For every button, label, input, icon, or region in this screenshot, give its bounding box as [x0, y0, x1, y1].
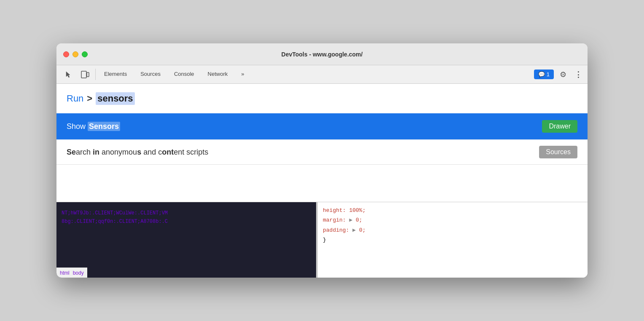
dom-line-1: NT;hWT9Jb:.CLIENT;WCulWe:.CLIENT;VM: [62, 206, 311, 217]
css-closing-brace: }: [323, 235, 582, 245]
in-bold: in: [93, 148, 99, 156]
command-input-row[interactable]: Run > sensors: [56, 84, 588, 113]
tab-sources[interactable]: Sources: [134, 65, 167, 83]
comment-icon: 💬: [538, 71, 545, 78]
dom-code-content: NT;hWT9Jb:.CLIENT;WCulWe:.CLIENT;VM 8bg:…: [56, 202, 316, 230]
breadcrumb-body[interactable]: body: [73, 270, 84, 276]
badge-count: 1: [547, 71, 550, 78]
devtools-window: DevTools - www.google.com/ Elements Sour…: [56, 43, 588, 278]
breadcrumb-bar: html body: [56, 268, 87, 278]
more-icon: ⋮: [574, 70, 582, 79]
se-bold: Se: [67, 148, 76, 156]
css-code-content: height: 100%; margin: ▶ 0; padding: ▶: [323, 206, 582, 245]
tab-network[interactable]: Network: [201, 65, 235, 83]
sources-badge: Sources: [539, 146, 577, 158]
tab-console[interactable]: Console: [167, 65, 201, 83]
o-bold: o: [162, 148, 166, 156]
minimize-button[interactable]: [72, 51, 78, 57]
svg-rect-1: [87, 72, 89, 77]
command-palette: Run > sensors Show Sensors Drawer Search…: [56, 84, 588, 165]
cursor-icon[interactable]: [60, 65, 77, 83]
more-options-button[interactable]: ⋮: [572, 67, 584, 82]
command-chevron: >: [87, 93, 92, 104]
css-line-margin: margin: ▶ 0;: [323, 215, 582, 225]
nt-bold: nt: [166, 148, 174, 156]
gear-icon: ⚙: [560, 70, 566, 79]
breadcrumb-html[interactable]: html: [60, 270, 70, 276]
svg-rect-0: [81, 71, 86, 78]
titlebar: DevTools - www.google.com/: [56, 43, 588, 65]
main-content: Run > sensors Show Sensors Drawer Search…: [56, 84, 588, 278]
result-label-show-sensors: Show Sensors: [67, 122, 542, 131]
traffic-lights: [63, 51, 88, 57]
devtools-right-controls: 💬 1 ⚙ ⋮: [534, 65, 584, 83]
s-bold: s: [137, 148, 141, 156]
window-title: DevTools - www.google.com/: [282, 51, 363, 58]
tab-spacer: [251, 65, 534, 83]
tab-elements[interactable]: Elements: [97, 65, 134, 83]
dom-line-2: 8bg:.CLIENT;qqf0n:.CLIENT;A8708b:.C: [62, 217, 311, 226]
run-label: Run: [67, 93, 83, 104]
result-label-search: Search in anonymous and content scripts: [67, 148, 539, 157]
css-panel: height: 100%; margin: ▶ 0; padding: ▶: [318, 202, 588, 278]
command-typed-text: sensors: [96, 92, 134, 105]
css-line-height: height: 100%;: [323, 206, 582, 215]
result-prefix: Show: [67, 122, 88, 131]
css-line-padding: padding: ▶ 0;: [323, 225, 582, 235]
comments-badge-button[interactable]: 💬 1: [534, 70, 554, 79]
maximize-button[interactable]: [82, 51, 88, 57]
bottom-panel: NT;hWT9Jb:.CLIENT;WCulWe:.CLIENT;VM 8bg:…: [56, 202, 588, 278]
command-result-search-scripts[interactable]: Search in anonymous and content scripts …: [56, 139, 588, 164]
result-match: Sensors: [88, 122, 120, 131]
dom-panel: NT;hWT9Jb:.CLIENT;WCulWe:.CLIENT;VM 8bg:…: [56, 202, 316, 278]
settings-button[interactable]: ⚙: [555, 67, 571, 82]
tab-more[interactable]: »: [234, 65, 251, 83]
close-button[interactable]: [63, 51, 69, 57]
devtools-tabbar: Elements Sources Console Network » 💬 1 ⚙…: [56, 65, 588, 84]
device-toggle-icon[interactable]: [77, 65, 94, 83]
drawer-badge: Drawer: [542, 120, 577, 133]
command-result-show-sensors[interactable]: Show Sensors Drawer: [56, 113, 588, 139]
